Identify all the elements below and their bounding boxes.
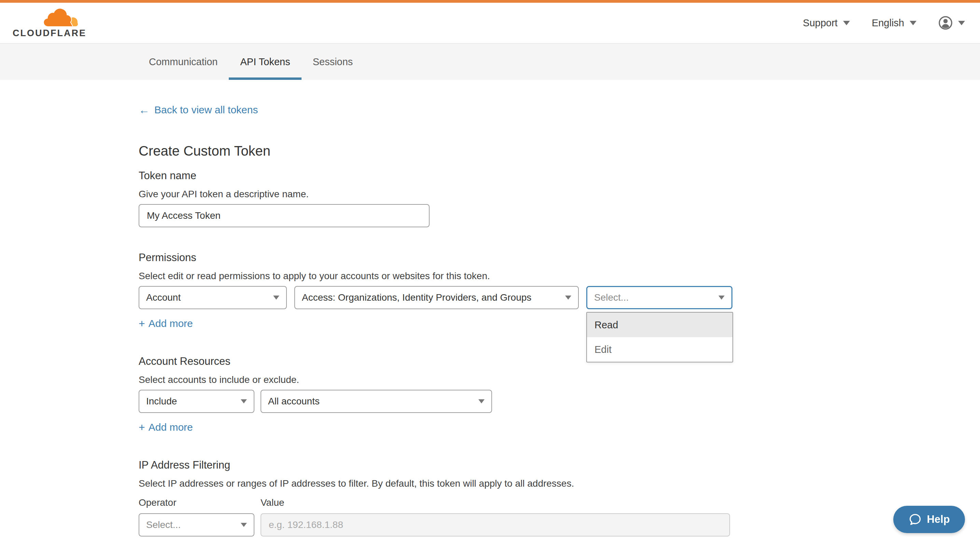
chevron-down-icon [241,523,247,527]
ip-filtering-labels: Operator Value [138,497,768,509]
cloudflare-wordmark: CLOUDFLARE [13,29,86,38]
token-name-description: Give your API token a descriptive name. [138,189,768,200]
back-arrow-icon: ← [138,105,150,115]
permission-resource-select[interactable]: Access: Organizations, Identity Provider… [294,286,579,309]
language-menu-label: English [872,17,904,29]
account-menu[interactable] [938,16,965,30]
add-more-label: Add more [148,318,193,329]
permissions-row: Account Access: Organizations, Identity … [138,286,768,309]
chevron-down-icon [843,21,850,25]
ip-filtering-section: IP Address Filtering Select IP addresses… [138,459,768,536]
permission-resource-value: Access: Organizations, Identity Provider… [302,292,531,303]
permission-access-dropdown: Select... Read Edit [586,286,732,309]
cloudflare-cloud-icon [43,8,78,28]
add-more-label: Add more [148,422,193,433]
token-name-input[interactable] [138,204,430,227]
tab-api-tokens[interactable]: API Tokens [229,44,301,80]
tab-communication[interactable]: Communication [138,44,229,80]
ip-operator-select[interactable]: Select... [138,513,255,536]
support-menu-label: Support [803,17,838,29]
resource-accounts-value: All accounts [268,396,320,407]
ip-operator-placeholder: Select... [146,519,181,530]
permissions-description: Select edit or read permissions to apply… [138,270,768,282]
account-resources-add-more-link[interactable]: + Add more [138,421,193,433]
chevron-down-icon [958,21,965,25]
ip-filtering-heading: IP Address Filtering [138,459,768,472]
brand-accent-bar [0,0,980,3]
permission-access-menu: Read Edit [586,312,733,362]
chevron-down-icon [273,295,279,300]
chat-bubble-icon [908,512,922,526]
chevron-down-icon [241,399,247,403]
resource-mode-value: Include [146,396,177,407]
user-avatar-icon [938,16,953,30]
operator-label: Operator [138,497,261,509]
menu-option-edit[interactable]: Edit [587,337,732,362]
menu-option-read[interactable]: Read [587,312,732,337]
ip-value-input[interactable] [261,513,730,536]
language-menu[interactable]: English [872,17,916,29]
token-name-section: Token name Give your API token a descrip… [138,169,768,227]
permission-access-placeholder: Select... [594,292,628,303]
back-link-label: Back to view all tokens [154,104,258,116]
chevron-down-icon [478,399,485,403]
cloudflare-logo[interactable]: CLOUDFLARE [13,8,86,38]
page-title: Create Custom Token [138,143,768,159]
tab-sessions[interactable]: Sessions [302,44,364,80]
back-link[interactable]: ← Back to view all tokens [138,104,258,116]
account-resources-row: Include All accounts [138,390,768,413]
account-resources-section: Account Resources Select accounts to inc… [138,355,768,433]
tab-label: Sessions [313,56,353,68]
ip-filtering-row: Select... [138,513,768,536]
resource-accounts-select[interactable]: All accounts [261,390,492,413]
permissions-add-more-link[interactable]: + Add more [138,317,193,330]
tab-label: Communication [149,56,218,68]
ip-filtering-description: Select IP addresses or ranges of IP addr… [138,478,768,489]
permissions-section: Permissions Select edit or read permissi… [138,251,768,330]
permission-scope-select[interactable]: Account [138,286,287,309]
token-name-heading: Token name [138,169,768,182]
permission-access-select[interactable]: Select... [586,286,732,309]
chevron-down-icon [565,295,571,300]
help-button-label: Help [927,513,950,526]
chevron-down-icon [910,21,916,25]
plus-icon: + [138,422,145,433]
header-nav: Support English [803,16,965,30]
app-header: CLOUDFLARE Support English [0,3,980,43]
tab-label: API Tokens [240,56,290,68]
account-resources-description: Select accounts to include or exclude. [138,374,768,385]
permissions-heading: Permissions [138,251,768,264]
permission-scope-value: Account [146,292,181,303]
chevron-down-icon [718,295,725,300]
help-button[interactable]: Help [893,506,965,533]
plus-icon: + [138,318,145,329]
profile-tabs: Communication API Tokens Sessions [0,43,980,80]
main-content: ← Back to view all tokens Create Custom … [0,80,768,536]
support-menu[interactable]: Support [803,17,850,29]
value-label: Value [261,497,285,509]
resource-mode-select[interactable]: Include [138,390,255,413]
